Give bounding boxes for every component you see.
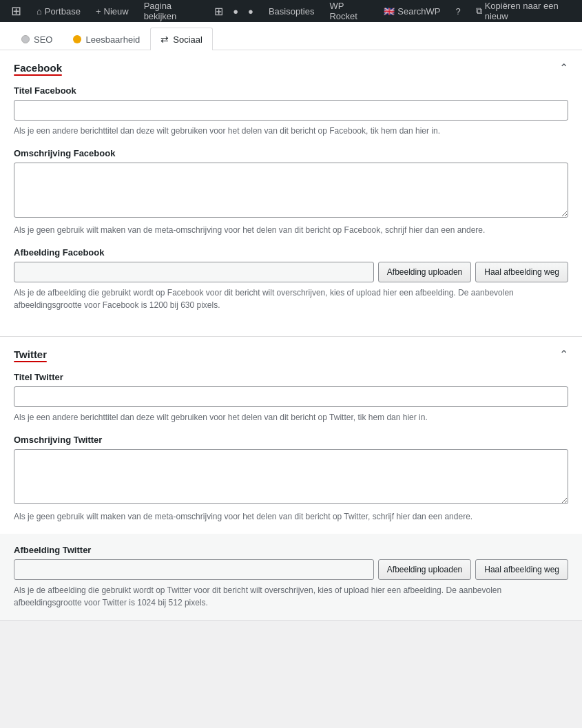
twitter-title-label: Titel Twitter xyxy=(14,372,568,382)
help-button[interactable]: ? xyxy=(450,0,466,22)
facebook-section-header: Facebook ⌃ xyxy=(14,61,568,74)
plus-icon: + xyxy=(96,6,101,17)
facebook-section-title: Facebook xyxy=(14,62,62,74)
twitter-upload-button[interactable]: Afbeelding uploaden xyxy=(378,559,471,580)
facebook-description-hint: Als je geen gebruik wilt maken van de me… xyxy=(14,224,568,236)
facebook-upload-button[interactable]: Afbeelding uploaden xyxy=(378,262,471,282)
wp-icon2[interactable]: ⊞ xyxy=(209,0,229,22)
tab-leesbaarheid-label: Leesbaarheid xyxy=(85,34,140,45)
wp-logo-button[interactable]: ⊞ xyxy=(6,0,27,22)
facebook-title-group: Titel Facebook Als je een andere bericht… xyxy=(14,85,568,137)
facebook-description-label: Omschrijving Facebook xyxy=(14,148,568,158)
flag-icon: 🇬🇧 xyxy=(384,6,395,17)
tab-leesbaarheid[interactable]: Leesbaarheid xyxy=(63,28,150,50)
admin-bar: ⊞ ⌂ Portbase + Nieuw Pagina bekijken ⊞ ●… xyxy=(0,0,582,22)
tab-seo[interactable]: SEO xyxy=(11,28,63,50)
twitter-image-path-input[interactable] xyxy=(14,559,374,580)
twitter-description-group: Omschrijving Twitter Als je geen gebruik… xyxy=(14,435,568,523)
view-page-link[interactable]: Pagina bekijken xyxy=(138,0,205,22)
leesbaarheid-dot xyxy=(73,35,81,43)
portbase-link[interactable]: ⌂ Portbase xyxy=(31,0,86,22)
tab-sociaal-label: Sociaal xyxy=(173,34,202,45)
twitter-section-header: Twitter ⌃ xyxy=(14,348,568,361)
twitter-image-upload-row: Afbeelding uploaden Haal afbeelding weg xyxy=(14,559,568,580)
tab-sociaal[interactable]: ⇄ Sociaal xyxy=(150,28,213,50)
twitter-section: Twitter ⌃ Titel Twitter Als je een ander… xyxy=(0,337,582,621)
twitter-image-label: Afbeelding Twitter xyxy=(14,545,568,555)
twitter-description-textarea[interactable] xyxy=(14,449,568,504)
facebook-title-input[interactable] xyxy=(14,100,568,121)
twitter-section-title: Twitter xyxy=(14,349,47,360)
twitter-image-description: Als je de afbeelding die gebruikt wordt … xyxy=(14,584,568,609)
twitter-description-label: Omschrijving Twitter xyxy=(14,435,568,445)
main-content: Facebook ⌃ Titel Facebook Als je een and… xyxy=(0,50,582,621)
twitter-description-hint: Als je geen gebruik wilt maken van de me… xyxy=(14,510,568,523)
twitter-remove-button[interactable]: Haal afbeelding weg xyxy=(475,559,568,580)
facebook-description-textarea[interactable] xyxy=(14,163,568,218)
facebook-description-group: Omschrijving Facebook Als je geen gebrui… xyxy=(14,148,568,236)
twitter-title-input[interactable] xyxy=(14,386,568,407)
facebook-collapse-button[interactable]: ⌃ xyxy=(559,61,568,74)
facebook-image-path-input[interactable] xyxy=(14,262,374,282)
tabs-bar: SEO Leesbaarheid ⇄ Sociaal xyxy=(0,22,582,50)
twitter-collapse-button[interactable]: ⌃ xyxy=(559,348,568,361)
facebook-image-label: Afbeelding Facebook xyxy=(14,247,568,258)
twitter-image-group: Afbeelding Twitter Afbeelding uploaden H… xyxy=(0,534,582,620)
facebook-title-description: Als je een andere berichttitel dan deze … xyxy=(14,125,568,137)
twitter-title-group: Titel Twitter Als je een andere berichtt… xyxy=(14,372,568,424)
facebook-title-label: Titel Facebook xyxy=(14,85,568,96)
new-button[interactable]: + Nieuw xyxy=(90,0,134,22)
facebook-image-description: Als je de afbeelding die gebruikt wordt … xyxy=(14,287,568,311)
basisopties-link[interactable]: ● xyxy=(242,0,259,22)
seo-dot xyxy=(21,35,30,43)
tab-seo-label: SEO xyxy=(34,34,52,45)
home-icon: ⌂ xyxy=(37,6,42,17)
searchwp-link[interactable]: WP Rocket xyxy=(324,0,374,22)
copy-link[interactable]: ⧉ Kopiëren naar een nieuw xyxy=(470,0,576,22)
language-selector[interactable]: 🇬🇧 SearchWP xyxy=(378,0,446,22)
facebook-image-group: Afbeelding Facebook Afbeelding uploaden … xyxy=(14,247,568,311)
copy-icon: ⧉ xyxy=(476,6,482,17)
facebook-section: Facebook ⌃ Titel Facebook Als je een and… xyxy=(0,50,582,337)
wprocket-link[interactable]: Basisopties xyxy=(263,0,320,22)
facebook-remove-button[interactable]: Haal afbeelding weg xyxy=(475,262,568,282)
twitter-title-description: Als je een andere berichttitel dan deze … xyxy=(14,411,568,424)
share-icon: ⇄ xyxy=(160,34,169,45)
facebook-image-upload-row: Afbeelding uploaden Haal afbeelding weg xyxy=(14,262,568,282)
status-dot: ● xyxy=(233,6,238,17)
